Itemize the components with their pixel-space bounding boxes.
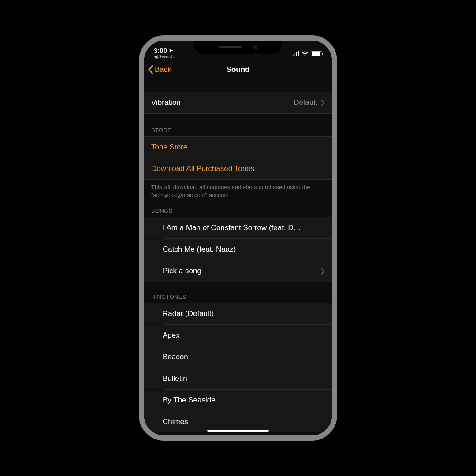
chevron-right-icon [321, 100, 325, 106]
speaker [219, 46, 242, 48]
front-camera [253, 45, 257, 49]
vibration-row[interactable]: Vibration Default [144, 92, 332, 113]
store-footer: This will download all ringtones and ale… [144, 180, 332, 201]
ringtone-label: Apex [163, 331, 180, 340]
ringtone-row[interactable]: Beacon [144, 346, 332, 368]
ringtone-label: Beacon [163, 353, 188, 361]
location-arrow-icon: ➤ [169, 48, 173, 53]
ringtone-row[interactable]: Radar (Default) [144, 303, 332, 324]
section-header-store: STORE [144, 124, 332, 136]
tone-store-label: Tone Store [151, 143, 187, 152]
pick-song-row[interactable]: Pick a song [144, 260, 332, 282]
song-label: I Am a Man of Constant Sorrow (feat. D… [163, 223, 301, 232]
nav-bar: Back Sound [144, 60, 332, 79]
home-indicator[interactable] [207, 430, 269, 432]
chevron-right-icon [321, 268, 325, 275]
song-row[interactable]: Catch Me (feat. Naaz) [144, 239, 332, 260]
vibration-label: Vibration [151, 98, 181, 107]
breadcrumb-caret-icon: ◀ [154, 54, 157, 59]
section-header-ringtones: RINGTONES [144, 291, 332, 303]
ringtone-row[interactable]: By The Seaside [144, 390, 332, 411]
song-label: Catch Me (feat. Naaz) [163, 245, 236, 254]
download-all-row[interactable]: Download All Purchased Tones [144, 158, 332, 179]
ringtone-label: Chimes [163, 417, 188, 426]
notch [194, 41, 282, 54]
status-time: 3:00 [154, 47, 167, 54]
content[interactable]: Vibration Default STORE Tone Store Downl… [144, 79, 332, 435]
section-header-songs: SONGS [144, 205, 332, 217]
download-all-label: Download All Purchased Tones [151, 164, 254, 173]
pick-song-label: Pick a song [163, 267, 201, 275]
ringtone-label: Bulletin [163, 374, 187, 383]
page-title: Sound [227, 65, 250, 74]
screen: 3:00 ➤ ◀ Search [144, 41, 332, 435]
ringtone-row[interactable]: Chimes [144, 411, 332, 432]
back-button[interactable]: Back [148, 65, 171, 74]
phone-frame: 3:00 ➤ ◀ Search [139, 35, 337, 441]
back-label: Back [155, 65, 171, 74]
ringtone-label: By The Seaside [163, 396, 216, 405]
tone-store-row[interactable]: Tone Store [144, 137, 332, 158]
battery-icon [311, 51, 322, 56]
song-row[interactable]: I Am a Man of Constant Sorrow (feat. D… [144, 217, 332, 238]
ringtone-row[interactable]: Bulletin [144, 368, 332, 389]
breadcrumb-back[interactable]: ◀ Search [154, 54, 174, 59]
cellular-signal-icon [292, 51, 300, 56]
breadcrumb-label: Search [158, 54, 174, 59]
ringtone-label: Radar (Default) [163, 309, 214, 318]
vibration-value: Default [294, 98, 317, 107]
ringtone-row[interactable]: Apex [144, 325, 332, 346]
wifi-icon [301, 51, 309, 56]
